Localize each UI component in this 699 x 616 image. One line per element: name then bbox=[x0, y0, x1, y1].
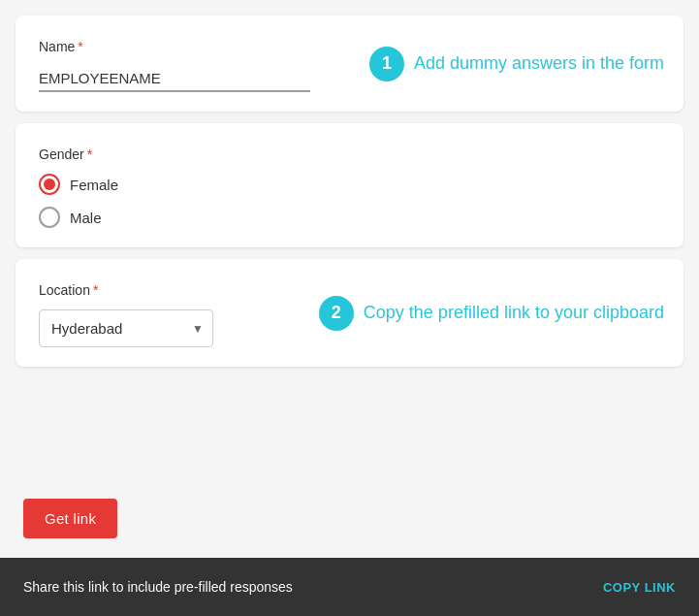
radio-male-circle[interactable] bbox=[39, 207, 60, 228]
radio-female-circle[interactable] bbox=[39, 174, 60, 195]
radio-female[interactable]: Female bbox=[39, 174, 660, 195]
name-card: Name* 1 Add dummy answers in the form bbox=[16, 16, 683, 112]
bottom-bar: Share this link to include pre-filled re… bbox=[0, 558, 699, 616]
location-card: Location* Hyderabad Mumbai Delhi Bangalo… bbox=[16, 259, 683, 367]
radio-male[interactable]: Male bbox=[39, 207, 660, 228]
name-input[interactable] bbox=[39, 66, 310, 92]
get-link-button[interactable]: Get link bbox=[23, 499, 117, 538]
gender-card: Gender* Female Male bbox=[16, 123, 683, 247]
copy-link-button[interactable]: COPY LINK bbox=[603, 580, 676, 595]
radio-female-label: Female bbox=[70, 177, 118, 193]
radio-male-label: Male bbox=[70, 210, 102, 226]
tooltip-number-2: 2 bbox=[319, 296, 354, 331]
share-text: Share this link to include pre-filled re… bbox=[23, 579, 293, 595]
gender-label: Gender* bbox=[39, 146, 660, 162]
name-tooltip: 1 Add dummy answers in the form bbox=[369, 47, 664, 81]
tooltip-text-1: Add dummy answers in the form bbox=[414, 53, 664, 74]
location-select[interactable]: Hyderabad Mumbai Delhi Bangalore bbox=[39, 309, 213, 347]
location-tooltip: 2 Copy the prefilled link to your clipbo… bbox=[319, 296, 664, 331]
gender-radio-group: Female Male bbox=[39, 174, 660, 228]
location-select-wrapper: Hyderabad Mumbai Delhi Bangalore ▼ bbox=[39, 309, 213, 347]
tooltip-text-2: Copy the prefilled link to your clipboar… bbox=[364, 303, 664, 323]
tooltip-number-1: 1 bbox=[369, 47, 404, 81]
